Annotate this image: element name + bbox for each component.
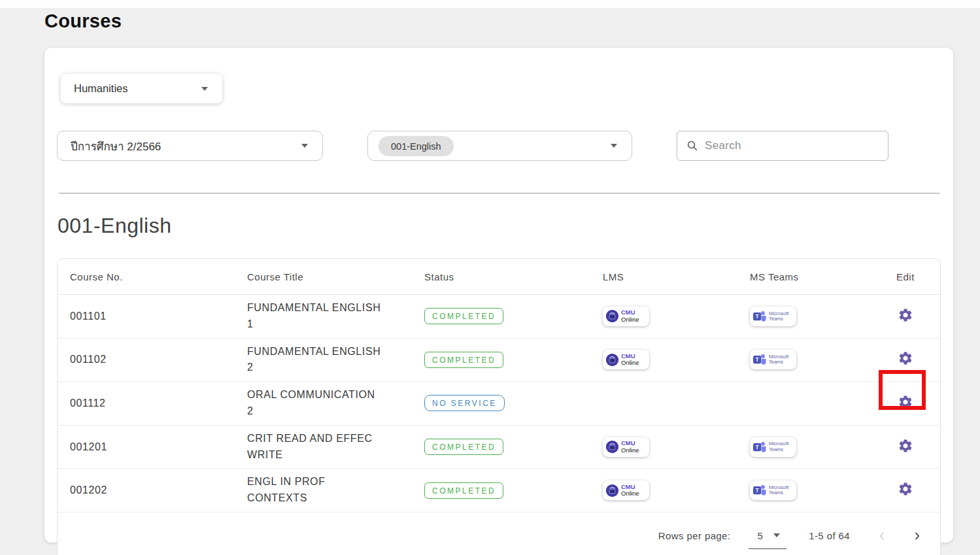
course-no-cell: 001112 xyxy=(58,392,247,414)
top-strip xyxy=(0,0,980,8)
course-no-cell: 001101 xyxy=(58,305,247,328)
faculty-select-value: Humanities xyxy=(74,82,128,95)
column-header-lms: LMS xyxy=(603,271,750,282)
status-badge: COMPLETED xyxy=(424,439,503,455)
ms-teams-button[interactable]: T Microsoft Teams xyxy=(750,437,796,457)
ms-teams-logo-icon: T xyxy=(752,484,767,497)
status-cell: COMPLETED xyxy=(424,477,603,504)
cmu-online-button[interactable]: CMU Online xyxy=(603,437,649,457)
academic-year-select[interactable]: ปีการศึกษา 2/2566 xyxy=(57,131,323,161)
course-no-cell: 001102 xyxy=(58,348,247,371)
search-box xyxy=(677,131,888,161)
status-badge: COMPLETED xyxy=(424,482,503,499)
ms-teams-button[interactable]: T Microsoft Teams xyxy=(750,350,796,369)
teams-cell: T Microsoft Teams xyxy=(750,301,896,331)
chevron-left-icon xyxy=(876,530,888,542)
table-row: 001202 ENGL IN PROF CONTEXTS COMPLETED C… xyxy=(58,469,940,513)
lms-cell: CMU Online xyxy=(603,301,750,331)
chevron-down-icon xyxy=(611,144,617,148)
table-body: 001101 FUNDAMENTAL ENGLISH 1 COMPLETED C… xyxy=(58,295,940,513)
cmu-online-logo-icon xyxy=(605,309,619,323)
svg-text:T: T xyxy=(756,488,760,494)
column-header-ms-teams: MS Teams xyxy=(750,271,896,282)
cmu-online-logo-icon xyxy=(605,353,619,367)
status-cell: NO SERVICE xyxy=(424,390,603,416)
faculty-select[interactable]: Humanities xyxy=(61,74,222,103)
divider xyxy=(59,193,940,193)
rows-per-page-select[interactable]: 5 xyxy=(749,523,786,549)
pagination-bar: Rows per page: 5 1-5 of 64 xyxy=(58,513,940,555)
edit-cell xyxy=(896,433,941,462)
course-title-cell: ORAL COMMUNICATION 2 xyxy=(247,382,424,425)
svg-text:T: T xyxy=(756,313,760,320)
search-icon xyxy=(686,139,698,152)
chevron-down-icon xyxy=(773,533,780,537)
teams-cell: T Microsoft Teams xyxy=(750,475,896,505)
lms-cell: CMU Online xyxy=(603,475,750,505)
lms-cell: CMU Online xyxy=(603,345,750,375)
ms-teams-button[interactable]: T Microsoft Teams xyxy=(750,480,796,500)
previous-page-button[interactable] xyxy=(873,528,890,545)
course-no-cell: 001201 xyxy=(58,436,247,458)
ms-teams-logo-icon: T xyxy=(752,441,767,454)
settings-gear-icon[interactable] xyxy=(898,394,913,410)
rows-per-page-value: 5 xyxy=(757,530,763,541)
status-cell: COMPLETED xyxy=(424,433,603,460)
search-input[interactable] xyxy=(705,139,879,152)
column-header-course-title: Course Title xyxy=(247,271,424,282)
chevron-down-icon xyxy=(301,144,308,148)
course-title-cell: FUNDAMENTAL ENGLISH 2 xyxy=(247,339,424,382)
settings-gear-icon[interactable] xyxy=(898,438,913,454)
svg-text:T: T xyxy=(756,357,760,363)
settings-gear-icon[interactable] xyxy=(898,481,913,497)
table-row: 001101 FUNDAMENTAL ENGLISH 1 COMPLETED C… xyxy=(58,295,940,339)
status-badge: COMPLETED xyxy=(424,308,503,324)
cmu-online-button[interactable]: CMU Online xyxy=(603,480,649,500)
course-title-cell: ENGL IN PROF CONTEXTS xyxy=(247,469,424,512)
pagination-range: 1-5 of 64 xyxy=(809,530,850,541)
teams-cell xyxy=(750,398,896,409)
teams-cell: T Microsoft Teams xyxy=(750,345,896,375)
settings-gear-icon[interactable] xyxy=(898,350,913,366)
ms-teams-button[interactable]: T Microsoft Teams xyxy=(750,307,796,326)
svg-text:T: T xyxy=(756,444,760,450)
course-title-cell: CRIT READ AND EFFEC WRITE xyxy=(247,426,424,469)
ms-teams-logo-icon: T xyxy=(752,310,767,323)
course-group-select[interactable]: 001-English xyxy=(367,131,632,161)
edit-cell xyxy=(896,345,941,374)
status-cell: COMPLETED xyxy=(424,346,603,373)
course-group-chip[interactable]: 001-English xyxy=(379,136,454,156)
next-page-button[interactable] xyxy=(909,528,926,545)
status-cell: COMPLETED xyxy=(424,303,603,329)
cmu-online-logo-icon xyxy=(605,440,619,454)
column-header-status: Status xyxy=(424,271,603,282)
cmu-online-button[interactable]: CMU Online xyxy=(603,307,649,326)
table-header-row: Course No. Course Title Status LMS MS Te… xyxy=(58,259,940,295)
table-row: 001112 ORAL COMMUNICATION 2 NO SERVICE xyxy=(58,382,940,426)
column-header-course-no: Course No. xyxy=(58,271,247,282)
column-header-edit: Edit xyxy=(896,271,941,282)
edit-cell xyxy=(896,389,941,418)
section-title: 001-English xyxy=(58,214,172,238)
cmu-online-logo-icon xyxy=(605,484,619,497)
courses-table: Course No. Course Title Status LMS MS Te… xyxy=(57,258,941,555)
settings-gear-icon[interactable] xyxy=(898,307,913,323)
teams-cell: T Microsoft Teams xyxy=(750,432,896,462)
courses-card: Humanities ปีการศึกษา 2/2566 001-English… xyxy=(44,48,953,543)
course-no-cell: 001202 xyxy=(58,479,247,501)
chevron-down-icon xyxy=(201,87,208,91)
course-title-cell: FUNDAMENTAL ENGLISH 1 xyxy=(247,295,424,338)
page-title: Courses xyxy=(44,10,122,32)
lms-cell xyxy=(603,398,750,409)
edit-cell xyxy=(896,302,941,331)
cmu-online-button[interactable]: CMU Online xyxy=(603,350,649,369)
status-badge: NO SERVICE xyxy=(424,395,505,411)
status-badge: COMPLETED xyxy=(424,352,503,368)
table-row: 001102 FUNDAMENTAL ENGLISH 2 COMPLETED C… xyxy=(58,339,940,382)
chevron-right-icon xyxy=(911,530,923,542)
lms-cell: CMU Online xyxy=(603,432,750,462)
academic-year-value: ปีการศึกษา 2/2566 xyxy=(71,137,161,155)
ms-teams-logo-icon: T xyxy=(752,353,767,366)
rows-per-page-label: Rows per page: xyxy=(658,530,731,541)
edit-cell xyxy=(896,476,941,505)
